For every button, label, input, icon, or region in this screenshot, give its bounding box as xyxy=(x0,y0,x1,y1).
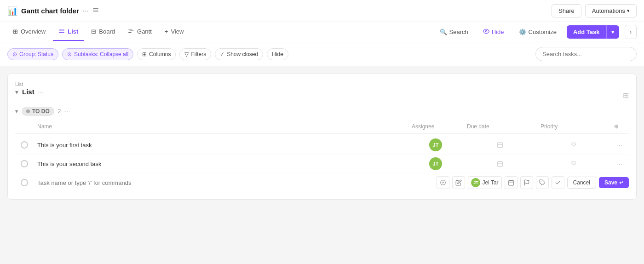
th-priority: Priority xyxy=(537,121,610,132)
main-content: List ▾ List ··· ⊞ ▾ TO DO 2 ··· Name Ass… xyxy=(0,66,644,264)
folder-title: Gantt chart folder xyxy=(21,7,79,15)
show-closed-button[interactable]: ✓ Show closed xyxy=(215,48,263,60)
nav-extra-chevron-button[interactable]: › xyxy=(625,25,637,39)
search-nav-button[interactable]: 🔍 Search xyxy=(435,26,473,38)
task2-name: This is your second task xyxy=(34,161,408,167)
task1-priority[interactable] xyxy=(537,142,610,148)
new-task-radio-icon xyxy=(21,179,28,186)
hide-toolbar-button[interactable]: Hide xyxy=(267,48,288,60)
filters-button[interactable]: ▽ Filters xyxy=(179,48,211,60)
toolbar-left: ⊙ Group: Status ⊙ Subtasks: Collapse all… xyxy=(7,48,288,60)
nav-tabs-right: 🔍 Search Hide ⚙️ Customize Add Task ▾ › xyxy=(435,25,637,39)
cancel-button[interactable]: Cancel xyxy=(567,177,596,189)
task2-priority[interactable] xyxy=(537,161,610,167)
table-row: This is your second task JT ··· xyxy=(15,155,629,173)
nav-tabs-left: ⊞ Overview List ⊟ Board Gantt + View xyxy=(7,23,189,41)
task2-check[interactable] xyxy=(15,160,34,167)
svg-rect-10 xyxy=(498,143,503,148)
top-bar-left: 📊 Gantt chart folder ··· xyxy=(7,6,99,16)
status-badge: TO DO xyxy=(22,107,54,116)
list-label: List xyxy=(15,81,629,87)
search-nav-icon: 🔍 xyxy=(440,29,447,35)
status-dot-icon xyxy=(26,109,30,113)
automations-chevron-icon: ▾ xyxy=(627,8,630,14)
th-due-date: Due date xyxy=(463,121,537,132)
customize-icon: ⚙️ xyxy=(519,29,526,35)
group-more-button[interactable]: ··· xyxy=(64,108,70,115)
task2-assignee: JT xyxy=(408,157,463,170)
list-header: ▾ List ··· xyxy=(15,88,43,96)
gantt-folder-icon: 📊 xyxy=(7,6,17,16)
group-collapse-icon[interactable]: ▾ xyxy=(15,108,18,115)
columns-icon: ⊞ xyxy=(142,51,147,57)
top-bar: 📊 Gantt chart folder ··· Share Automatio… xyxy=(0,0,644,22)
svg-rect-14 xyxy=(498,161,503,166)
list-more-button[interactable]: ··· xyxy=(38,88,43,95)
th-add-col[interactable]: ⊕ xyxy=(610,121,629,132)
task1-check[interactable] xyxy=(15,141,34,149)
add-task-wrap: Add Task ▾ xyxy=(567,25,619,39)
search-tasks-input[interactable] xyxy=(535,47,637,61)
gantt-icon xyxy=(128,28,134,35)
tab-overview[interactable]: ⊞ Overview xyxy=(7,23,51,40)
top-bar-right: Share Automations ▾ xyxy=(552,4,637,17)
table-header: Name Assignee Due date Priority ⊕ xyxy=(15,120,629,134)
task2-radio-icon[interactable] xyxy=(21,160,28,167)
toolbar: ⊙ Group: Status ⊙ Subtasks: Collapse all… xyxy=(0,42,644,66)
table-row: This is your first task JT ··· xyxy=(15,136,629,155)
new-task-assignee-tag[interactable]: JT Jel Tar xyxy=(468,176,501,189)
tab-add-view[interactable]: + View xyxy=(159,23,190,40)
subtasks-button[interactable]: ⊙ Subtasks: Collapse all xyxy=(62,48,133,60)
task1-name: This is your first task xyxy=(34,142,408,149)
task1-more-button[interactable]: ··· xyxy=(610,141,629,149)
group-icon: ⊙ xyxy=(12,51,17,57)
th-check xyxy=(15,121,34,132)
task2-more-button[interactable]: ··· xyxy=(610,160,629,167)
new-task-check-icon-btn[interactable] xyxy=(552,176,564,189)
list-title: List xyxy=(22,88,34,96)
automations-button[interactable]: Automations ▾ xyxy=(585,4,637,17)
tab-gantt[interactable]: Gantt xyxy=(122,23,157,41)
new-task-check xyxy=(15,179,34,186)
panel-toggle-icon[interactable]: ⊞ xyxy=(623,91,629,100)
task2-avatar[interactable]: JT xyxy=(429,157,442,170)
new-task-actions: JT Jel Tar Cancel Save ↵ xyxy=(437,176,629,189)
task1-radio-icon[interactable] xyxy=(21,141,28,149)
plus-view-icon: + xyxy=(165,28,168,35)
task1-assignee: JT xyxy=(408,138,463,151)
tab-board[interactable]: ⊟ Board xyxy=(86,23,121,40)
list-header-row: ▾ List ··· ⊞ xyxy=(15,88,629,103)
task1-due-date[interactable] xyxy=(463,142,537,148)
svg-rect-19 xyxy=(508,180,513,185)
folder-more-button[interactable]: ··· xyxy=(83,7,89,15)
columns-button[interactable]: ⊞ Columns xyxy=(137,48,176,60)
new-task-date-icon-btn[interactable] xyxy=(505,176,518,189)
task1-avatar[interactable]: JT xyxy=(429,138,442,151)
new-task-flag-icon-btn[interactable] xyxy=(520,176,533,189)
tab-list[interactable]: List xyxy=(53,23,84,41)
add-task-chevron-button[interactable]: ▾ xyxy=(606,25,619,39)
list-icon xyxy=(58,28,65,35)
group-header: ▾ TO DO 2 ··· xyxy=(15,107,629,116)
list-collapse-icon[interactable]: ▾ xyxy=(15,88,18,96)
share-button[interactable]: Share xyxy=(552,4,581,17)
new-task-row: JT Jel Tar Cancel Save ↵ xyxy=(15,173,629,192)
filter-icon: ▽ xyxy=(184,51,189,57)
task-edit-icon-btn[interactable] xyxy=(452,176,465,189)
task2-due-date[interactable] xyxy=(463,161,537,167)
group-status-button[interactable]: ⊙ Group: Status xyxy=(7,48,58,60)
check-circle-icon: ✓ xyxy=(220,51,224,57)
new-task-input[interactable] xyxy=(34,179,437,186)
th-name: Name xyxy=(34,121,408,132)
task-status-icon-btn[interactable] xyxy=(437,176,449,189)
customize-nav-button[interactable]: ⚙️ Customize xyxy=(514,26,561,38)
new-task-tag-icon-btn[interactable] xyxy=(536,176,549,189)
hide-nav-button[interactable]: Hide xyxy=(478,25,509,39)
th-assignee: Assignee xyxy=(408,121,463,132)
save-button[interactable]: Save ↵ xyxy=(599,177,629,188)
board-icon: ⊟ xyxy=(91,28,96,35)
enter-icon: ↵ xyxy=(619,180,623,186)
hide-nav-icon xyxy=(483,28,489,36)
menu-icon[interactable] xyxy=(92,7,99,15)
add-task-button[interactable]: Add Task xyxy=(567,25,606,39)
